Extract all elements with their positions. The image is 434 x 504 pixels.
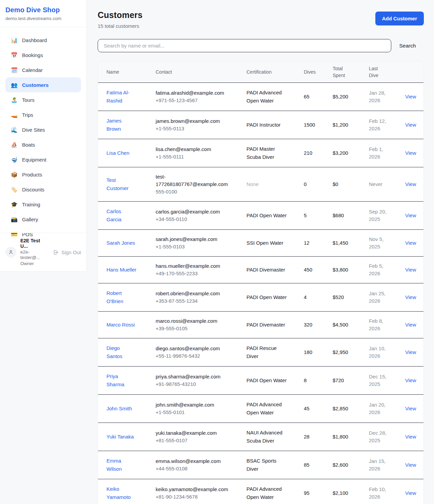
sidebar-item-equipment[interactable]: 🤿 Equipment (5, 152, 81, 167)
customers-table: NameContactCertificationDivesTotal Spent… (98, 61, 424, 504)
table-row: Robert O'Brien robert.obrien@example.com… (98, 283, 424, 311)
total-spent: $680 (333, 201, 369, 229)
sidebar-item-trips[interactable]: 🚤 Trips (5, 107, 81, 122)
equipment-icon: 🤿 (11, 156, 18, 163)
customer-email: priya.sharma@example.com (156, 373, 229, 380)
sidebar-item-label: Dashboard (22, 37, 47, 43)
customer-name-link[interactable]: Lisa Chen (106, 149, 130, 157)
last-dive-date: Feb 8, 2026 (369, 317, 389, 332)
view-link[interactable]: View (405, 240, 416, 246)
certification-label: PADI Advanced Open Water (246, 89, 288, 105)
view-link[interactable]: View (405, 294, 416, 300)
column-header-contact: Contact (156, 61, 246, 82)
certification-label: PADI Instructor (246, 121, 281, 129)
view-link[interactable]: View (405, 462, 416, 468)
last-dive-date: Never (369, 181, 382, 188)
sidebar-item-label: Calendar (22, 67, 43, 73)
products-icon: 📦 (11, 171, 18, 178)
customer-name-link[interactable]: Fatima Al-Rashid (106, 89, 137, 105)
avatar (5, 247, 16, 258)
dives-count: 65 (304, 82, 333, 111)
view-link[interactable]: View (405, 349, 416, 355)
customer-name-link[interactable]: Yuki Tanaka (106, 433, 134, 441)
page-header: Customers 15 total customers Add Custome… (98, 10, 424, 29)
view-link[interactable]: View (405, 322, 416, 328)
sidebar-item-discounts[interactable]: 🏷️ Discounts (5, 182, 81, 197)
sidebar-item-products[interactable]: 📦 Products (5, 167, 81, 182)
customer-name-link[interactable]: Robert O'Brien (106, 289, 137, 305)
total-spent: $1,450 (333, 229, 369, 256)
customer-email: john.smith@example.com (156, 401, 229, 409)
customer-phone: +81-90-1234-5678 (156, 493, 244, 501)
sidebar-item-label: Gallery (22, 217, 38, 222)
view-link[interactable]: View (405, 377, 416, 383)
customer-name-link[interactable]: Keiko Yamamoto (106, 485, 137, 501)
sidebar: Demo Dive Shop demo.test.divestreams.com… (0, 0, 87, 272)
sidebar-item-boats[interactable]: ⛵ Boats (5, 137, 81, 152)
gallery-icon: 📸 (11, 216, 18, 223)
discounts-icon: 🏷️ (11, 186, 18, 193)
last-dive-date: Feb 1, 2026 (369, 146, 389, 161)
dives-count: 95 (304, 479, 333, 504)
total-spent: $5,200 (333, 82, 369, 111)
total-spent: $4,500 (333, 311, 369, 338)
customer-name-link[interactable]: James Brown (106, 117, 137, 133)
add-customer-button[interactable]: Add Customer (375, 12, 424, 25)
customer-email: fatima.alrashid@example.com (156, 89, 229, 97)
last-dive-date: Jan 25, 2026 (369, 290, 389, 305)
sidebar-item-dive-sites[interactable]: 🌊 Dive Sites (5, 122, 81, 137)
user-meta: E2E Test U... e2e-tester@... Owner (20, 238, 49, 266)
sidebar-item-calendar[interactable]: 🗓️ Calendar (5, 62, 81, 77)
table-row: Diego Santos diego.santos@example.com +5… (98, 338, 424, 366)
user-role: Owner (20, 261, 49, 266)
customer-name-link[interactable]: Hans Mueller (106, 266, 136, 274)
certification-label: PADI Divemaster (246, 266, 285, 274)
customer-name-link[interactable]: Emma Wilson (106, 457, 137, 473)
search-button[interactable]: Search (391, 43, 424, 49)
column-label: Total Spent (333, 65, 348, 79)
view-link[interactable]: View (405, 94, 416, 99)
search-input[interactable] (98, 39, 391, 52)
certification-label: PADI Open Water (246, 376, 287, 385)
table-row: Yuki Tanaka yuki.tanaka@example.com +81-… (98, 423, 424, 451)
view-link[interactable]: View (405, 267, 416, 273)
table-row: Carlos Garcia carlos.garcia@example.com … (98, 201, 424, 229)
tours-icon: 🏝️ (11, 97, 18, 103)
customer-count: 15 total customers (98, 23, 142, 29)
customer-name-link[interactable]: Priya Sharma (106, 372, 137, 389)
person-icon (8, 249, 14, 255)
view-link[interactable]: View (405, 181, 416, 187)
customer-name-link[interactable]: Marco Rossi (106, 321, 135, 329)
total-spent: $720 (333, 366, 369, 394)
customer-name-link[interactable]: Test Customer (106, 176, 137, 192)
sidebar-item-bookings[interactable]: 📅 Bookings (5, 48, 81, 62)
sidebar-item-gallery[interactable]: 📸 Gallery (5, 212, 81, 227)
view-link[interactable]: View (405, 150, 416, 156)
customer-name-link[interactable]: Diego Santos (106, 344, 137, 360)
column-header-dives: Dives (304, 61, 333, 82)
dive-sites-icon: 🌊 (11, 127, 18, 133)
column-label: Name (106, 69, 119, 75)
sidebar-item-label: Trips (22, 112, 33, 118)
table-row: Emma Wilson emma.wilson@example.com +44-… (98, 451, 424, 479)
view-link[interactable]: View (405, 212, 416, 218)
sidebar-item-dashboard[interactable]: 📊 Dashboard (5, 33, 81, 48)
sign-out-button[interactable]: Sign Out (53, 249, 81, 255)
view-link[interactable]: View (405, 122, 416, 128)
sidebar-item-training[interactable]: 🎓 Training (5, 197, 81, 212)
user-email: e2e-tester@... (20, 249, 49, 260)
table-row: Hans Mueller hans.mueller@example.com +4… (98, 256, 424, 283)
total-spent: $1,800 (333, 423, 369, 451)
customer-email: yuki.tanaka@example.com (156, 429, 229, 437)
dives-count: 1500 (304, 111, 333, 139)
view-link[interactable]: View (405, 434, 416, 440)
trips-icon: 🚤 (11, 112, 18, 118)
view-link[interactable]: View (405, 490, 416, 496)
dives-count: 85 (304, 451, 333, 479)
customer-name-link[interactable]: Carlos Garcia (106, 207, 137, 224)
view-link[interactable]: View (405, 406, 416, 411)
customer-name-link[interactable]: Sarah Jones (106, 239, 135, 247)
customer-name-link[interactable]: John Smith (106, 405, 132, 413)
sidebar-item-tours[interactable]: 🏝️ Tours (5, 92, 81, 107)
sidebar-item-customers[interactable]: 👥 Customers (5, 77, 81, 92)
